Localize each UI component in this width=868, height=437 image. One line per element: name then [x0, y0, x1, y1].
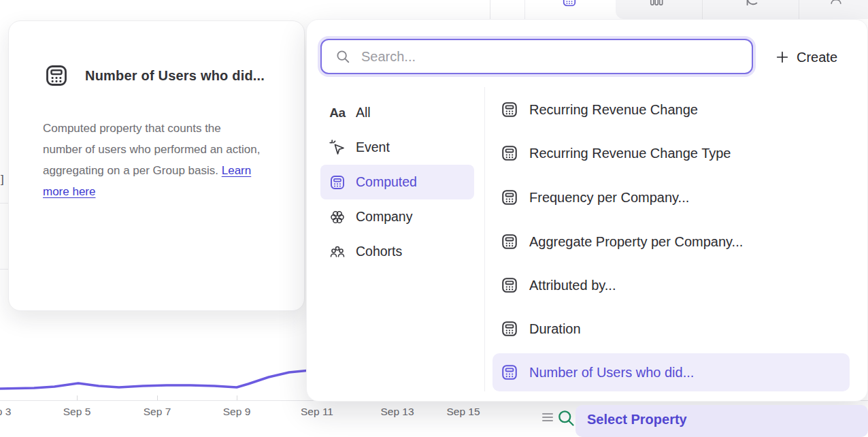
cohorts-people-icon: [329, 244, 346, 260]
panel-divider: [490, 0, 490, 19]
result-item-selected[interactable]: Number of Users who did...: [493, 353, 850, 391]
list-divider: [484, 87, 485, 391]
letters-aa-icon: Aa: [329, 106, 346, 120]
axis-label: Sep 5: [63, 406, 91, 418]
result-item[interactable]: Duration: [493, 310, 850, 348]
axis-label: Sep 13: [380, 406, 414, 418]
axis-label: Sep 3: [0, 406, 11, 418]
result-label: Frequency per Company...: [529, 190, 689, 206]
search-icon: [335, 49, 350, 64]
calculator-icon[interactable]: [562, 0, 577, 7]
category-item-event[interactable]: Event: [320, 130, 474, 165]
company-cluster-icon: [329, 209, 346, 225]
clipped-edge-text: ]: [1, 173, 4, 187]
search-box: [320, 39, 753, 74]
calculator-icon: [501, 233, 518, 250]
result-item[interactable]: Attributed by...: [493, 266, 850, 304]
person-icon[interactable]: [829, 0, 844, 5]
create-button-label: Create: [797, 50, 837, 65]
calculator-icon: [44, 63, 69, 88]
bar-chart-icon[interactable]: [649, 0, 664, 6]
description-line: Computed property that counts the: [43, 122, 221, 135]
calculator-icon: [501, 101, 518, 118]
axis-label: Sep 15: [446, 406, 480, 418]
category-item-company[interactable]: Company: [320, 199, 474, 234]
tooltip-header: Number of Users who did...: [44, 63, 265, 88]
retention-curve-icon[interactable]: [744, 0, 759, 6]
category-label: Event: [356, 140, 390, 155]
category-label: Computed: [356, 174, 417, 190]
category-label: Cohorts: [356, 244, 402, 259]
axis-label: Sep 7: [144, 406, 171, 418]
metric-tab-bar: [524, 0, 868, 19]
category-item-cohorts[interactable]: Cohorts: [320, 234, 474, 269]
category-item-all[interactable]: Aa All: [320, 95, 474, 130]
axis-tick: [157, 395, 158, 400]
result-item[interactable]: Aggregate Property per Company...: [493, 223, 850, 261]
calculator-icon: [501, 276, 518, 294]
tooltip-description: Computed property that counts the number…: [43, 118, 295, 202]
category-item-computed[interactable]: Computed: [320, 165, 474, 199]
search-input[interactable]: [360, 48, 730, 65]
calculator-icon: [501, 144, 518, 162]
description-line: aggregating on a per Group basis.: [43, 164, 222, 177]
result-label: Number of Users who did...: [529, 365, 694, 381]
tab-separator: [799, 0, 799, 19]
result-item[interactable]: Frequency per Company...: [493, 178, 850, 216]
description-line: number of users who performed an action,: [43, 143, 260, 156]
tooltip-title: Number of Users who did...: [85, 68, 265, 84]
tab-separator: [702, 0, 703, 19]
result-label: Duration: [529, 321, 581, 337]
drag-handle-icon[interactable]: [542, 413, 553, 423]
axis-label: Sep 9: [223, 406, 251, 418]
app-screen: ] Sep 3 Sep 5 Sep 7 Sep 9 Sep 11 Sep 13 …: [0, 0, 868, 437]
trend-line-chart: [0, 364, 310, 400]
event-spark-cursor-icon: [329, 140, 346, 156]
select-property-label: Select Property: [587, 412, 868, 427]
property-picker-dropdown: Create Aa All Event Computed Company Coh…: [306, 19, 868, 402]
axis-label: Sep 11: [301, 406, 333, 418]
calculator-icon: [501, 189, 518, 206]
axis-tick: [237, 395, 237, 400]
create-button[interactable]: Create: [775, 47, 837, 67]
calculator-icon: [329, 174, 346, 191]
result-label: Aggregate Property per Company...: [529, 234, 743, 250]
category-label: Company: [356, 209, 412, 225]
result-item[interactable]: Recurring Revenue Change Type: [493, 134, 850, 172]
plus-icon: [775, 50, 790, 65]
learn-more-link[interactable]: Learn: [222, 164, 251, 177]
result-label: Attributed by...: [529, 278, 616, 293]
result-item[interactable]: Recurring Revenue Change: [493, 91, 850, 129]
property-search-icon: [556, 408, 575, 427]
result-label: Recurring Revenue Change Type: [529, 146, 731, 161]
axis-tick: [77, 395, 78, 400]
category-label: All: [356, 105, 371, 120]
learn-more-link[interactable]: more here: [43, 185, 95, 198]
calculator-icon: [501, 363, 518, 381]
calculator-icon: [501, 320, 518, 338]
property-tooltip-card: Number of Users who did... Computed prop…: [8, 20, 305, 311]
select-property-button[interactable]: Select Property: [575, 405, 868, 437]
result-label: Recurring Revenue Change: [529, 102, 698, 118]
